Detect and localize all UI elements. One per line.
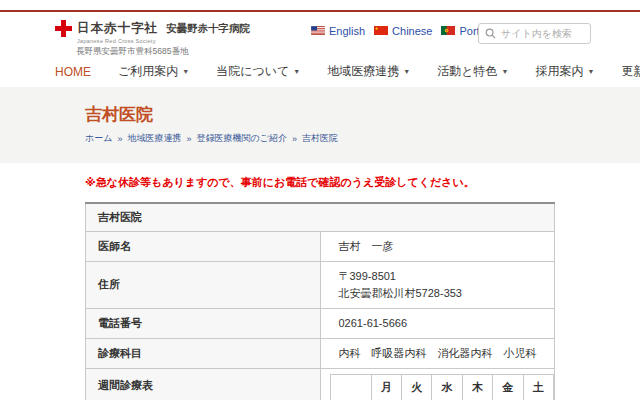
china-flag-icon [374, 25, 388, 37]
chevron-down-icon: ▼ [293, 68, 300, 75]
language-link-english[interactable]: English [311, 25, 365, 37]
notice-text: ※急な休診等もありますので、事前にお電話で確認のうえ受診してください。 [85, 175, 640, 190]
table-row: 住所 〒399-8501 北安曇郡松川村5728-353 [86, 261, 555, 308]
day-wed: 水 [432, 374, 462, 400]
nav-item-koushin[interactable]: 更新情報 [621, 63, 640, 80]
day-thu: 木 [462, 374, 492, 400]
table-row: 電話番号 0261-61-5666 [86, 308, 555, 338]
row-value-phone: 0261-61-5666 [320, 308, 555, 338]
page-title: 吉村医院 [85, 103, 640, 126]
breadcrumb-separator: » [117, 134, 122, 144]
row-label-departments: 診療科目 [86, 338, 321, 368]
day-mon: 月 [371, 374, 401, 400]
breadcrumb-separator: » [292, 134, 297, 144]
breadcrumb-chiiki-iryou[interactable]: 地域医療連携 [127, 132, 181, 145]
breadcrumb-touroku-kikan[interactable]: 登録医療機関のご紹介 [196, 132, 286, 145]
chevron-down-icon: ▼ [182, 68, 189, 75]
top-margin [0, 0, 640, 10]
schedule-header-row: 月 火 水 木 金 土 [330, 374, 554, 400]
site-search-box[interactable]: サイト内を検索 [478, 23, 591, 44]
nav-item-home[interactable]: HOME [55, 65, 91, 79]
us-flag-icon [311, 25, 325, 37]
search-icon [485, 25, 496, 43]
row-value-doctor: 吉村 一彦 [320, 231, 555, 261]
nav-item-goriyou[interactable]: ご利用案内 ▼ [118, 63, 189, 80]
row-label-phone: 電話番号 [86, 308, 321, 338]
row-value-address: 〒399-8501 北安曇郡松川村5728-353 [320, 261, 555, 308]
org-name-english: Japanese Red Cross Society [77, 38, 250, 44]
table-row-schedule: 週間診療表 月 火 水 木 金 土 午前 ○ ○ [86, 368, 555, 400]
org-name: 日本赤十字社 [77, 20, 158, 37]
nav-item-katsudou[interactable]: 活動と特色 ▼ [437, 63, 508, 80]
nav-item-chiiki-iryou[interactable]: 地域医療連携 ▼ [327, 63, 410, 80]
table-row: 診療科目 内科 呼吸器内科 消化器内科 小児科 [86, 338, 555, 368]
breadcrumb-separator: » [186, 134, 191, 144]
day-tue: 火 [401, 374, 431, 400]
nav-item-touin[interactable]: 当院について ▼ [216, 63, 300, 80]
portugal-flag-icon [441, 25, 455, 37]
row-label-doctor: 医師名 [86, 231, 321, 261]
language-link-chinese[interactable]: Chinese [374, 25, 432, 37]
row-label-schedule: 週間診療表 [86, 368, 321, 400]
nav-item-saiyou[interactable]: 採用案内 ▼ [535, 63, 594, 80]
breadcrumb-home[interactable]: ホーム [85, 132, 112, 145]
schedule-corner-cell [330, 374, 371, 400]
breadcrumb-current: 吉村医院 [302, 132, 338, 145]
site-logo[interactable]: 日本赤十字社 安曇野赤十字病院 Japanese Red Cross Socie… [55, 20, 250, 44]
weekly-schedule-table: 月 火 水 木 金 土 午前 ○ ○ ○ ○ ○ [330, 374, 555, 400]
clinic-table-title: 吉村医院 [86, 203, 555, 231]
chevron-down-icon: ▼ [403, 68, 410, 75]
breadcrumb: ホーム » 地域医療連携 » 登録医療機関のご紹介 » 吉村医院 [85, 132, 640, 145]
search-input[interactable]: サイト内を検索 [501, 27, 572, 41]
row-value-schedule: 月 火 水 木 金 土 午前 ○ ○ ○ ○ ○ [320, 368, 555, 400]
main-nav: HOME ご利用案内 ▼ 当院について ▼ 地域医療連携 ▼ 活動と特色 ▼ 採… [0, 56, 640, 87]
site-header: 日本赤十字社 安曇野赤十字病院 Japanese Red Cross Socie… [0, 12, 640, 56]
row-label-address: 住所 [86, 261, 321, 308]
table-row: 医師名 吉村 一彦 [86, 231, 555, 261]
table-row-title: 吉村医院 [86, 203, 555, 231]
clinic-info-table: 吉村医院 医師名 吉村 一彦 住所 〒399-8501 北安曇郡松川村5728-… [85, 202, 555, 400]
day-sat: 土 [523, 374, 553, 400]
hospital-address: 長野県安曇野市豊科5685番地 [76, 46, 188, 58]
chevron-down-icon: ▼ [502, 68, 509, 75]
row-value-departments: 内科 呼吸器内科 消化器内科 小児科 [320, 338, 555, 368]
red-cross-icon [55, 20, 72, 41]
hospital-name: 安曇野赤十字病院 [166, 22, 250, 36]
main-content: ※急な休診等もありますので、事前にお電話で確認のうえ受診してください。 吉村医院… [0, 163, 640, 400]
chevron-down-icon: ▼ [587, 68, 594, 75]
page-title-band: 吉村医院 ホーム » 地域医療連携 » 登録医療機関のご紹介 » 吉村医院 [0, 87, 640, 163]
day-fri: 金 [493, 374, 523, 400]
